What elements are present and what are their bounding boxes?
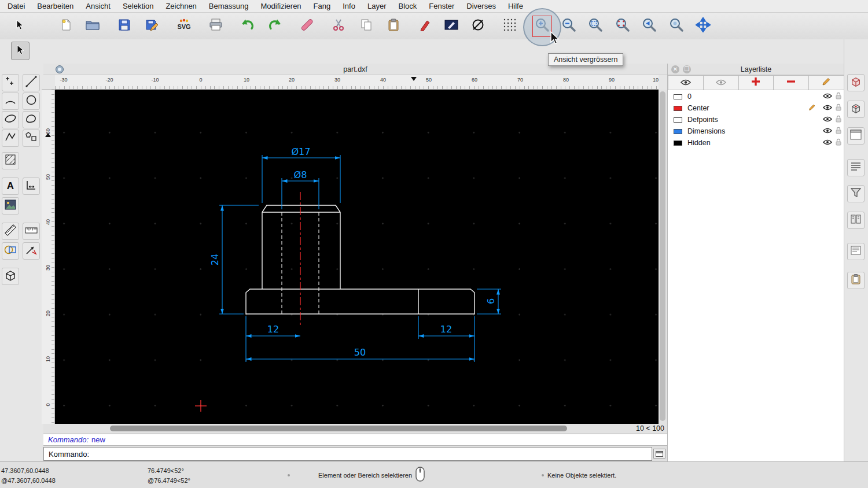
eye-dim-icon [716, 77, 726, 88]
panel-toggle-selection-filter[interactable] [847, 185, 865, 202]
edit-attributes-button[interactable] [443, 17, 460, 35]
layer-edit-icon[interactable] [808, 103, 816, 113]
panel-toggle-block-list[interactable] [847, 127, 865, 145]
menu-diverses[interactable]: Diverses [466, 2, 496, 10]
zoom-selection-button[interactable] [614, 17, 631, 35]
menu-layer[interactable]: Layer [367, 2, 387, 10]
palette-arc-tool[interactable] [2, 93, 19, 110]
menu-fang[interactable]: Fang [314, 2, 331, 10]
layer-lock-icon[interactable] [835, 103, 842, 113]
drawing-canvas[interactable]: Ø17 Ø8 24 6 12 12 50 [55, 90, 659, 424]
layer-visibility-icon[interactable] [823, 93, 832, 101]
layer-lock-icon[interactable] [835, 115, 842, 124]
panel-toggle-command-history[interactable] [847, 243, 865, 260]
remove-layer-button[interactable] [774, 75, 809, 90]
horizontal-scrollbar-thumb[interactable] [110, 426, 567, 431]
menu-info[interactable]: Info [343, 2, 355, 10]
layer-visibility-icon[interactable] [823, 104, 832, 112]
open-file-button[interactable] [84, 17, 101, 35]
auto-zoom-button[interactable] [694, 17, 712, 35]
palette-ellipse-tool[interactable] [2, 111, 19, 128]
panel-toggle-layer-list[interactable] [847, 101, 865, 118]
edit-layer-button[interactable] [809, 75, 844, 90]
save-button[interactable] [116, 17, 133, 35]
layer-row-center[interactable]: Center [668, 102, 844, 114]
menu-zeichnen[interactable]: Zeichnen [165, 2, 196, 10]
menu-modifizieren[interactable]: Modifizieren [261, 2, 301, 10]
palette-measure-distance-tool[interactable] [2, 223, 19, 240]
layer-row-defpoints[interactable]: Defpoints [668, 114, 844, 125]
relative-coordinates: @47.3607,60.0448 [1, 477, 56, 484]
ruler-icon [25, 226, 38, 236]
layer-visibility-icon[interactable] [823, 127, 832, 135]
ellipse-icon [4, 113, 17, 127]
palette-circle-tool[interactable] [23, 93, 40, 110]
menu-block[interactable]: Block [398, 2, 417, 10]
zoom-window-button[interactable] [587, 17, 604, 35]
delete-button[interactable] [298, 17, 315, 35]
zoom-previous-button[interactable] [641, 17, 658, 35]
command-input[interactable] [93, 448, 652, 460]
menu-selektion[interactable]: Selektion [123, 2, 153, 10]
paste-button[interactable] [385, 17, 402, 35]
show-all-layers-button[interactable] [668, 75, 704, 90]
save-as-button[interactable] [144, 17, 161, 35]
vertical-scrollbar-thumb[interactable] [660, 91, 665, 421]
palette-text-tool[interactable]: A [2, 178, 19, 195]
menu-bearbeiten[interactable]: Bearbeiten [37, 2, 73, 10]
panel-toggle-clipboard[interactable] [847, 272, 865, 289]
palette-trim-tool[interactable] [23, 242, 40, 260]
palette-hatch-tool[interactable] [2, 152, 19, 169]
command-panel-button[interactable] [653, 449, 665, 459]
palette-point-tool[interactable] [2, 74, 19, 91]
select-tool-button[interactable] [11, 17, 28, 35]
print-preview-button[interactable] [207, 17, 225, 35]
layer-lock-icon[interactable] [835, 92, 842, 101]
copy-button[interactable] [358, 17, 375, 35]
palette-freehand-tool[interactable] [23, 111, 40, 128]
palette-image-tool[interactable] [2, 197, 19, 215]
zoom-redraw-button[interactable] [668, 17, 685, 35]
palette-polyline-tool[interactable] [2, 130, 19, 147]
cut-button[interactable] [330, 17, 347, 35]
measure-distance-icon [4, 224, 17, 239]
menu-ansicht[interactable]: Ansicht [86, 2, 111, 10]
panel-toggle-view-list[interactable] [847, 159, 865, 176]
vertical-scrollbar[interactable] [659, 90, 667, 424]
layer-row-0[interactable]: 0 [668, 91, 844, 102]
dimension-lines[interactable] [219, 155, 501, 362]
panel-toggle-property-editor[interactable] [847, 74, 865, 91]
zoom-out-button[interactable] [560, 17, 578, 35]
undo-button[interactable] [239, 17, 256, 35]
palette-measure-ruler-tool[interactable] [23, 223, 40, 240]
toggle-layer-visibility-button[interactable] [704, 75, 739, 90]
part-geometry[interactable] [246, 205, 475, 314]
layer-lock-icon[interactable] [835, 127, 842, 136]
menu-fenster[interactable]: Fenster [429, 2, 454, 10]
palette-dimension-tool[interactable] [23, 178, 40, 195]
palette-line-tool[interactable] [23, 74, 40, 91]
layer-lock-icon[interactable] [835, 138, 842, 147]
menu-hilfe[interactable]: Hilfe [508, 2, 523, 10]
panel-toggle-library-browser[interactable] [847, 212, 865, 229]
grid-toggle-button[interactable] [501, 17, 518, 35]
palette-selection-tool[interactable] [11, 42, 30, 60]
palette-3d-view-tool[interactable] [2, 268, 19, 285]
add-layer-button[interactable] [739, 75, 774, 90]
point-icon [5, 76, 16, 90]
dim-width-left: 12 [267, 324, 279, 335]
svg-export-button[interactable]: SVG [175, 17, 193, 35]
layer-visibility-icon[interactable] [823, 139, 832, 147]
horizontal-scrollbar[interactable]: 10 < 100 [43, 424, 667, 434]
palette-modify-tool[interactable] [2, 242, 19, 260]
menu-datei[interactable]: Datei [8, 2, 25, 10]
palette-polygon-tool[interactable] [23, 130, 40, 147]
pen-attributes-button[interactable] [417, 17, 434, 35]
new-file-button[interactable] [57, 17, 75, 35]
layer-row-hidden[interactable]: Hidden [668, 137, 844, 149]
menu-bemassung[interactable]: Bemassung [209, 2, 249, 10]
layer-row-dimensions[interactable]: Dimensions [668, 125, 844, 137]
redo-button[interactable] [266, 17, 284, 35]
circle-diameter-button[interactable] [469, 17, 487, 35]
layer-visibility-icon[interactable] [823, 116, 832, 124]
